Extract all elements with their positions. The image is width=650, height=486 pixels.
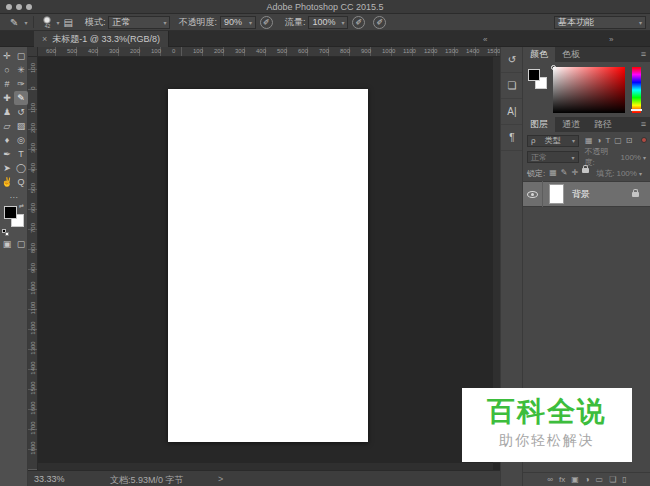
- screen-mode-button[interactable]: ▢: [17, 239, 26, 249]
- ruler-label: 900: [30, 261, 36, 276]
- separator: [33, 16, 34, 28]
- gradient-tool[interactable]: ▨: [14, 119, 28, 133]
- status-bar: 33.33% 文档:5.93M/0 字节 >: [28, 470, 500, 486]
- filter-toggle-icon[interactable]: [641, 137, 647, 143]
- ruler-label: 400: [88, 48, 98, 54]
- fill-value[interactable]: 100%: [616, 169, 636, 178]
- pressure-size-button[interactable]: ✐: [373, 16, 386, 29]
- hue-slider[interactable]: [632, 67, 641, 113]
- filter-icons: ▦◑T▢⊡: [583, 136, 635, 146]
- type-tool[interactable]: T: [14, 147, 28, 161]
- tab-paths[interactable]: 路径: [587, 117, 619, 132]
- expand-icon-strip-arrows[interactable]: «: [483, 35, 486, 44]
- collapse-dock-arrows[interactable]: »: [609, 35, 612, 44]
- panel-menu-icon[interactable]: ≡: [641, 47, 646, 62]
- crop-tool[interactable]: #: [0, 77, 14, 91]
- lock-position-icon[interactable]: ✛: [572, 168, 579, 178]
- ruler-label: 900: [361, 48, 371, 54]
- horizontal-scrollbar[interactable]: [38, 463, 493, 470]
- swap-colors-icon[interactable]: ⇄: [19, 202, 24, 209]
- new-layer-button[interactable]: ❏: [609, 475, 616, 485]
- panel-foreground-swatch[interactable]: [528, 69, 540, 81]
- healing-brush-tool[interactable]: ✚: [0, 91, 14, 105]
- layer-visibility-cell[interactable]: [523, 181, 543, 207]
- filter-value: 类型: [545, 135, 561, 146]
- paragraph-panel-icon[interactable]: ¶: [501, 125, 523, 151]
- dodge-tool[interactable]: ◎: [14, 133, 28, 147]
- tool-preset-caret-icon[interactable]: ▾: [24, 19, 27, 26]
- tab-layers[interactable]: 图层: [523, 117, 555, 132]
- move-tool[interactable]: ✛: [0, 49, 14, 63]
- canvas-area[interactable]: 6005004003002001000100200300400500600700…: [28, 47, 500, 470]
- delete-layer-button[interactable]: ▯: [622, 475, 626, 485]
- brush-tool[interactable]: ✎: [14, 91, 28, 105]
- hand-tool[interactable]: ✌: [0, 175, 14, 189]
- tab-color[interactable]: 颜色: [523, 47, 555, 62]
- filter-pixel-layers-icon[interactable]: ▦: [585, 136, 593, 146]
- watermark-title: 百科全说: [462, 393, 632, 431]
- marquee-tool[interactable]: ▢: [14, 49, 28, 63]
- lock-transparency-icon[interactable]: ▦: [549, 168, 557, 178]
- horizontal-ruler[interactable]: 6005004003002001000100200300400500600700…: [38, 47, 500, 57]
- history-brush-tool[interactable]: ↺: [14, 105, 28, 119]
- brush-preset-caret-icon[interactable]: ▾: [56, 19, 59, 26]
- tab-swatches[interactable]: 色板: [555, 47, 587, 62]
- layers-blend-mode-select[interactable]: 正常 ▾: [527, 151, 579, 163]
- ruler-label: 600: [30, 201, 36, 216]
- eyedropper-tool[interactable]: ✑: [14, 77, 28, 91]
- close-tab-icon[interactable]: ×: [42, 34, 47, 44]
- blur-tool[interactable]: ♦: [0, 133, 14, 147]
- filter-type-layers-icon[interactable]: T: [605, 136, 610, 146]
- chevron-down-icon: ▾: [639, 170, 642, 177]
- flow-select[interactable]: 100% ▾: [308, 16, 348, 29]
- character-panel-icon[interactable]: A|: [501, 99, 523, 125]
- saturation-brightness-picker[interactable]: [553, 67, 625, 113]
- status-options-chevron-icon[interactable]: >: [218, 474, 223, 484]
- watermark-subtitle: 助你轻松解决: [462, 432, 632, 450]
- current-tool-icon[interactable]: ✎: [10, 17, 18, 28]
- link-layers-button[interactable]: ∞: [547, 475, 553, 485]
- airbrush-button[interactable]: ✐: [352, 16, 365, 29]
- toggle-brush-panel-button[interactable]: ▤: [63, 17, 72, 28]
- panel-menu-icon[interactable]: ≡: [641, 117, 646, 132]
- filter-smart-objects-icon[interactable]: ⊡: [626, 136, 633, 146]
- vertical-ruler[interactable]: 1000100200300400500600700800900100011001…: [28, 57, 38, 470]
- quick-selection-tool[interactable]: ✳: [14, 63, 28, 77]
- workspace-select[interactable]: 基本功能 ▾: [554, 16, 646, 29]
- zoom-tool[interactable]: Q: [14, 175, 28, 189]
- path-selection-tool[interactable]: ➤: [0, 161, 14, 175]
- blend-mode-select[interactable]: 正常 ▾: [108, 16, 170, 29]
- layer-mask-button[interactable]: ▣: [571, 475, 579, 485]
- edit-toolbar-button[interactable]: ⋯: [0, 193, 28, 202]
- opacity-select[interactable]: 90% ▾: [220, 16, 256, 29]
- document-tab-title: 未标题-1 @ 33.3%(RGB/8): [52, 33, 160, 46]
- adjustment-layer-button[interactable]: ◑: [585, 475, 590, 485]
- new-group-button[interactable]: ▭: [596, 475, 604, 485]
- libraries-panel-icon[interactable]: ❏: [501, 73, 523, 99]
- quick-mask-button[interactable]: ▣: [3, 239, 12, 249]
- zoom-level-field[interactable]: 33.33%: [34, 474, 65, 484]
- layer-filter-select[interactable]: ρ 类型 ▾: [527, 135, 579, 147]
- filter-shape-layers-icon[interactable]: ▢: [614, 136, 622, 146]
- lock-all-icon[interactable]: [582, 168, 589, 173]
- eraser-tool[interactable]: ▱: [0, 119, 14, 133]
- brush-preset-picker[interactable]: 42: [40, 16, 54, 29]
- default-colors-icon[interactable]: [2, 229, 10, 237]
- lasso-tool[interactable]: ○: [0, 63, 14, 77]
- tab-channels[interactable]: 通道: [555, 117, 587, 132]
- background-layer-row[interactable]: 背景: [523, 181, 650, 207]
- layer-style-button[interactable]: fx: [559, 475, 565, 485]
- filter-adjustment-layers-icon[interactable]: ◑: [597, 136, 602, 146]
- layer-thumbnail[interactable]: [549, 184, 564, 204]
- clone-stamp-tool[interactable]: ♟: [0, 105, 14, 119]
- document-tab[interactable]: × 未标题-1 @ 33.3%(RGB/8): [34, 31, 169, 47]
- shape-tool[interactable]: ◯: [14, 161, 28, 175]
- opacity-value: 90%: [224, 17, 242, 27]
- document-canvas[interactable]: [168, 89, 368, 442]
- foreground-color-swatch[interactable]: [4, 206, 17, 219]
- lock-pixels-icon[interactable]: ✎: [561, 168, 568, 178]
- layers-opacity-value[interactable]: 100%: [621, 153, 641, 162]
- pen-tool[interactable]: ✒: [0, 147, 14, 161]
- history-panel-icon[interactable]: ↺: [501, 47, 523, 73]
- pressure-opacity-button[interactable]: ✐: [260, 16, 273, 29]
